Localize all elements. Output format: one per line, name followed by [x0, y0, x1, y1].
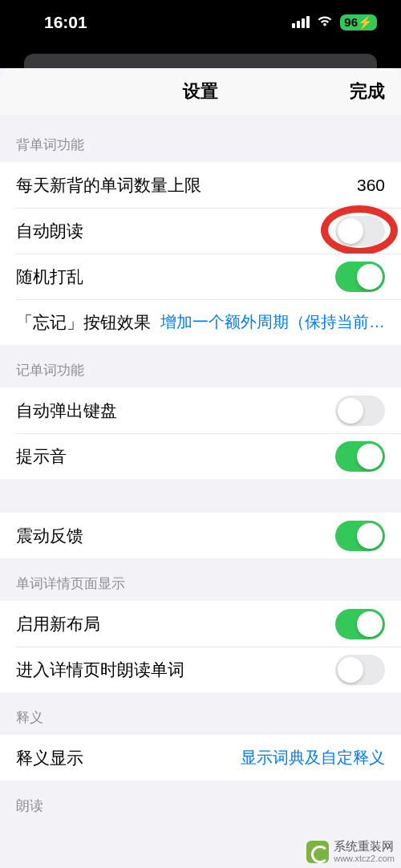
forget-label: 「忘记」按钮效果: [16, 311, 151, 334]
forget-value: 增加一个额外周期（保持当前…: [160, 311, 385, 333]
auto-keyboard-row: 自动弹出键盘: [0, 387, 401, 433]
watermark-url: www.xtcz2.com: [334, 854, 395, 863]
auto-read-toggle[interactable]: [335, 216, 385, 246]
sheet-backdrop: [0, 44, 401, 68]
sound-row: 提示音: [0, 433, 401, 479]
status-time: 16:01: [44, 13, 87, 32]
watermark: 系统重装网 www.xtcz2.com: [306, 840, 395, 863]
shuffle-toggle[interactable]: [335, 262, 385, 292]
shuffle-label: 随机打乱: [16, 266, 83, 288]
new-layout-label: 启用新布局: [16, 613, 100, 635]
read-on-enter-label: 进入详情页时朗读单词: [16, 659, 184, 681]
nav-bar: 设置 完成: [0, 68, 401, 115]
auto-read-label: 自动朗读: [16, 220, 83, 242]
haptic-toggle[interactable]: [335, 521, 385, 551]
new-layout-toggle[interactable]: [335, 609, 385, 639]
read-on-enter-toggle[interactable]: [335, 655, 385, 685]
auto-keyboard-toggle[interactable]: [335, 395, 385, 426]
section-header-definition: 释义: [0, 692, 401, 735]
section-header-detail: 单词详情页面显示: [0, 558, 401, 601]
section-header-vocab-learn: 背单词功能: [0, 115, 401, 162]
auto-read-row: 自动朗读: [0, 208, 401, 254]
battery-icon: 96⚡: [340, 14, 377, 30]
page-title: 设置: [183, 79, 218, 103]
wifi-icon: [316, 11, 334, 33]
forget-button-row[interactable]: 「忘记」按钮效果 增加一个额外周期（保持当前…: [0, 299, 401, 345]
section-header-reading: 朗读: [0, 781, 401, 823]
definition-show-value: 显示词典及自定释义: [241, 747, 385, 769]
status-right: 96⚡: [292, 11, 377, 33]
spacer: [0, 479, 401, 513]
shuffle-row: 随机打乱: [0, 254, 401, 299]
sound-toggle[interactable]: [335, 441, 385, 472]
definition-show-label: 释义显示: [16, 747, 83, 769]
settings-sheet: 设置 完成 背单词功能 每天新背的单词数量上限 360 自动朗读 随机打乱 「忘…: [0, 68, 401, 868]
daily-limit-label: 每天新背的单词数量上限: [16, 174, 201, 197]
read-on-enter-row: 进入详情页时朗读单词: [0, 647, 401, 692]
watermark-logo-icon: [306, 841, 329, 863]
definition-show-row[interactable]: 释义显示 显示词典及自定释义: [0, 735, 401, 781]
haptic-label: 震动反馈: [16, 525, 83, 547]
status-bar: 16:01 96⚡: [0, 0, 401, 44]
haptic-row: 震动反馈: [0, 513, 401, 558]
daily-limit-row[interactable]: 每天新背的单词数量上限 360: [0, 162, 401, 208]
section-header-vocab-record: 记单词功能: [0, 345, 401, 387]
sound-label: 提示音: [16, 445, 67, 468]
daily-limit-value: 360: [357, 176, 385, 195]
done-button[interactable]: 完成: [350, 79, 385, 103]
new-layout-row: 启用新布局: [0, 601, 401, 647]
watermark-title: 系统重装网: [334, 840, 395, 854]
signal-icon: [292, 16, 310, 28]
auto-keyboard-label: 自动弹出键盘: [16, 400, 117, 422]
